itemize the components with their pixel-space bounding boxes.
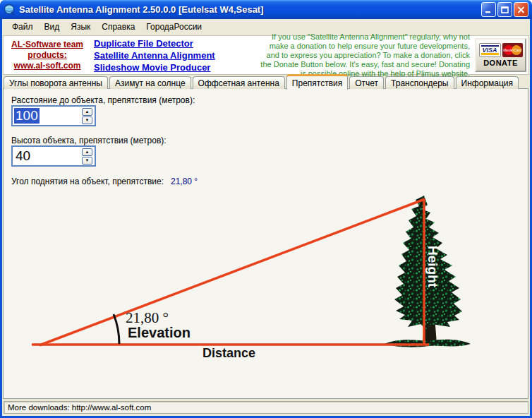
team-link-line[interactable]: www.al-soft.com bbox=[4, 61, 91, 71]
distance-spin-up-button[interactable]: ▲ bbox=[82, 108, 92, 116]
team-website-link[interactable]: AL-Software team products: www.al-soft.c… bbox=[4, 40, 91, 71]
height-input[interactable]: 40 ▲ ▼ bbox=[11, 145, 96, 167]
height-label: Высота объекта, препятствия (метров): bbox=[11, 136, 167, 145]
tab-transponders[interactable]: Транспондеры bbox=[385, 76, 454, 89]
elevation-angle-value: 21,80 ° bbox=[171, 177, 198, 186]
height-spin-down-button[interactable]: ▼ bbox=[82, 157, 92, 165]
mastercard-logo-text: MasterCard bbox=[502, 48, 523, 52]
team-link-line[interactable]: AL-Software team bbox=[4, 40, 91, 50]
tab-strip: Углы поворота антенны Азимут на солнце О… bbox=[4, 74, 528, 89]
distance-label: Расстояние до объекта, препятствия (метр… bbox=[11, 95, 195, 105]
team-link-line[interactable]: products: bbox=[4, 50, 91, 61]
elevation-angle-label: Угол поднятия на объект, препятствие: bbox=[11, 177, 164, 186]
mastercard-logo: MasterCard bbox=[502, 43, 523, 57]
tab-report[interactable]: Отчет bbox=[349, 76, 384, 89]
distance-value[interactable]: 100 bbox=[14, 108, 40, 124]
menu-item-language[interactable]: Язык bbox=[65, 20, 96, 34]
height-spin-up-button[interactable]: ▲ bbox=[82, 148, 92, 156]
content-panel: Расстояние до объекта, препятствия (метр… bbox=[3, 88, 528, 399]
distance-spinner: ▲ ▼ bbox=[82, 108, 92, 124]
payment-card-logos: VISA MasterCard bbox=[479, 43, 523, 57]
minimize-button[interactable] bbox=[481, 2, 496, 17]
tab-offset-antenna[interactable]: Оффсетная антенна bbox=[193, 76, 285, 89]
menu-item-russian-cities[interactable]: ГородаРоссии bbox=[140, 20, 207, 34]
status-text: More downloads: http://www.al-soft.com bbox=[4, 401, 528, 414]
window-body: Файл Вид Язык Справка ГородаРоссии AL-So… bbox=[2, 19, 530, 416]
distance-spin-down-button[interactable]: ▼ bbox=[82, 117, 92, 124]
menu-item-view[interactable]: Вид bbox=[39, 20, 66, 34]
product-links: Duplicate File Detector Satellite Antenn… bbox=[91, 37, 255, 73]
status-bar: More downloads: http://www.al-soft.com bbox=[2, 400, 530, 416]
visa-logo-text: VISA bbox=[482, 47, 497, 54]
header-panel: AL-Software team products: www.al-soft.c… bbox=[3, 35, 529, 75]
product-link-satellite-antenna-alignment[interactable]: Satellite Antenna Alignment bbox=[94, 49, 255, 61]
window-title: Satellite Antenna Alignment 2.50.0.0 [Eu… bbox=[19, 4, 481, 15]
donation-text: If you use "Satellite Antenna Alignment"… bbox=[255, 32, 475, 78]
visa-logo: VISA bbox=[479, 43, 501, 57]
height-spinner: ▲ ▼ bbox=[82, 148, 92, 165]
height-value[interactable]: 40 bbox=[14, 148, 32, 164]
app-window: Satellite Antenna Alignment 2.50.0.0 [Eu… bbox=[0, 0, 532, 418]
close-button[interactable] bbox=[514, 2, 528, 17]
menu-item-help[interactable]: Справка bbox=[96, 20, 140, 34]
menu-item-file[interactable]: Файл bbox=[6, 20, 39, 34]
product-link-slideshow-movie-producer[interactable]: Slideshow Movie Producer bbox=[94, 61, 255, 73]
tab-information[interactable]: Информация bbox=[456, 76, 519, 89]
product-link-duplicate-file-detector[interactable]: Duplicate File Detector bbox=[94, 37, 255, 49]
tab-sun-azimuth[interactable]: Азимут на солнце bbox=[109, 76, 191, 89]
donate-button-label: DONATE bbox=[483, 59, 518, 67]
tab-antenna-rotation-angles[interactable]: Углы поворота антенны bbox=[4, 76, 108, 89]
tab-obstacles[interactable]: Препятствия bbox=[286, 74, 348, 90]
title-bar: Satellite Antenna Alignment 2.50.0.0 [Eu… bbox=[0, 0, 532, 19]
distance-input[interactable]: 100 ▲ ▼ bbox=[11, 105, 96, 126]
donate-button[interactable]: VISA MasterCard DONATE bbox=[475, 38, 526, 72]
maximize-button[interactable] bbox=[497, 2, 512, 17]
app-icon bbox=[4, 4, 16, 16]
